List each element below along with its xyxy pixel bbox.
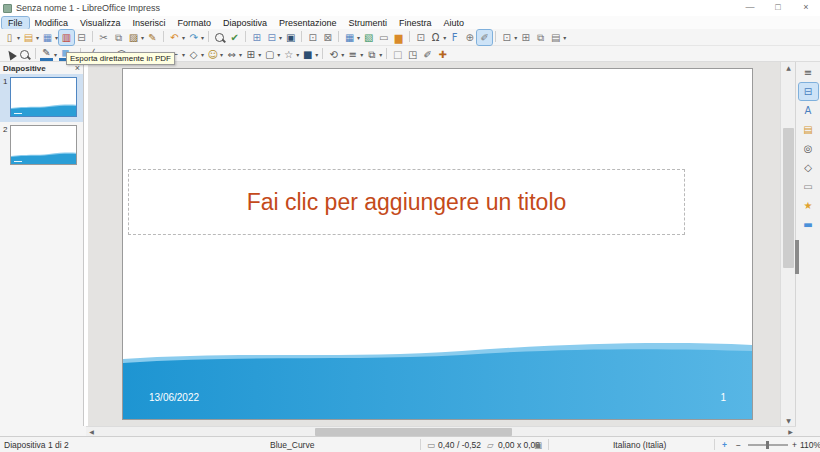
dropdown-arrow-icon[interactable]: ▾ [201,34,204,41]
minimize-button[interactable]: — [736,0,764,16]
dropdown-arrow-icon[interactable]: ▾ [182,34,185,41]
dropdown-arrow-icon[interactable]: ▾ [17,34,20,41]
title-placeholder[interactable]: Fai clic per aggiungere un titolo [128,169,685,235]
menu-presentazione[interactable]: Presentazione [273,17,343,29]
duplicate-slide-icon[interactable]: ⧉ [533,30,548,45]
print-icon[interactable]: ⊟ [74,30,89,45]
insert-table-icon[interactable]: ▦▾ [342,30,361,45]
scroll-down-icon[interactable]: ▼ [781,415,796,426]
sidebar-slide-transition-icon[interactable]: ▬ [799,216,818,233]
show-draw-functions-icon[interactable]: ✐ [477,30,492,45]
insert-special-character-icon[interactable]: Ω▾ [428,30,447,45]
slide-thumbnail[interactable] [10,77,77,117]
zoom-out-button[interactable]: − [736,440,741,450]
new-document-icon[interactable]: ▯▾ [2,30,21,45]
open-folder-icon[interactable]: ▤▾ [21,30,40,45]
dropdown-arrow-icon[interactable]: ▾ [54,51,57,58]
select-icon[interactable] [2,47,17,62]
new-slide-icon[interactable]: ⊞ [518,30,533,45]
dropdown-arrow-icon[interactable]: ▾ [357,34,360,41]
find-and-replace-icon[interactable] [212,30,227,45]
arrange-objects-icon[interactable]: ⧉▾ [364,47,383,62]
sidebar-properties-icon[interactable]: ⊟ [799,83,818,100]
dropdown-arrow-icon[interactable]: ▾ [55,34,58,41]
display-mode-icon[interactable]: ⊡▾ [499,30,518,45]
maximize-button[interactable]: □ [764,0,792,16]
redo-icon[interactable]: ↷▾ [186,30,205,45]
clone-formatting-icon[interactable]: ✎ [145,30,160,45]
slide-thumbnail-row-2[interactable]: 2 [0,122,83,170]
zoom-slider[interactable] [748,444,788,446]
menu-visualizza[interactable]: Visualizza [74,17,126,29]
dropdown-arrow-icon[interactable]: ▾ [296,51,299,58]
fit-slide-icon[interactable]: + [722,440,727,450]
sidebar-styles-icon[interactable]: A [799,102,818,119]
slide-canvas[interactable]: Fai clic per aggiungere un titolo 13/06/… [88,62,780,426]
vertical-scrollbar-thumb[interactable] [783,128,794,268]
sidebar-sidebar-settings-icon[interactable]: ≡ [799,64,818,81]
basic-shapes-icon[interactable]: ◇▾ [186,47,205,62]
statusbar-language[interactable]: Italiano (Italia) [613,440,666,450]
dropdown-arrow-icon[interactable]: ▾ [360,51,363,58]
dropdown-arrow-icon[interactable]: ▾ [379,51,382,58]
align-objects-icon[interactable]: ≡▾ [345,47,364,62]
transformations-icon[interactable]: ⟲▾ [326,47,345,62]
scroll-up-icon[interactable]: ▲ [781,62,796,73]
menu-diapositiva[interactable]: Diapositiva [217,17,273,29]
zoom-in-button[interactable]: + [792,440,797,450]
undo-icon[interactable]: ↶▾ [167,30,186,45]
slide-layout-icon[interactable]: ▤▾ [548,30,567,45]
insert-image-icon[interactable]: ▧ [361,30,376,45]
slide-page[interactable]: Fai clic per aggiungere un titolo 13/06/… [122,68,753,420]
start-presentation-icon[interactable]: ▣ [283,30,298,45]
edit-points-icon[interactable]: ✐ [420,47,435,62]
insert-text-box-icon[interactable]: ▭ [376,30,391,45]
sidebar-shapes-icon[interactable]: ◇ [799,159,818,176]
dropdown-arrow-icon[interactable]: ▾ [279,34,282,41]
dropdown-arrow-icon[interactable]: ▾ [141,34,144,41]
display-views-icon[interactable]: ⊠ [320,30,335,45]
dropdown-arrow-icon[interactable]: ▾ [315,51,318,58]
sidebar-navigator-icon[interactable]: ◎ [799,140,818,157]
sidebar-master-slides-icon[interactable]: ▭ [799,178,818,195]
sidebar-animation-icon[interactable]: ★ [799,197,818,214]
dropdown-arrow-icon[interactable]: ▾ [201,51,204,58]
menu-modifica[interactable]: Modifica [29,17,75,29]
dropdown-arrow-icon[interactable]: ▾ [239,51,242,58]
dropdown-arrow-icon[interactable]: ▾ [514,34,517,41]
export-pdf-icon[interactable]: ▥ [59,30,74,45]
insert-hyperlink-icon[interactable]: ⊕ [462,30,477,45]
shadow-icon[interactable]: □ [390,47,405,62]
menu-file[interactable]: File [2,17,29,29]
show-glue-points-icon[interactable]: ✚ [435,47,450,62]
cut-icon[interactable]: ✂ [96,30,111,45]
snap-guides-icon[interactable]: ⊟▾ [264,30,283,45]
insert-chart-icon[interactable]: ▆ [391,30,406,45]
dropdown-arrow-icon[interactable]: ▾ [258,51,261,58]
dropdown-arrow-icon[interactable]: ▾ [182,51,185,58]
vertical-scrollbar[interactable]: ▲ ▼ [780,62,795,426]
master-slide-icon[interactable]: ⊡ [305,30,320,45]
scroll-right-icon[interactable]: ▶ [785,427,796,436]
unsaved-changes-icon[interactable]: ▣ [534,440,542,450]
spelling-icon[interactable]: ✔ [227,30,242,45]
menu-formato[interactable]: Formato [171,17,217,29]
save-icon[interactable]: ▦▾ [40,30,59,45]
sidebar-gallery-icon[interactable]: ▤ [799,121,818,138]
slide-thumbnail-row-1[interactable]: 1 [0,74,83,122]
close-button[interactable]: × [792,0,820,16]
horizontal-scrollbar[interactable]: ◀ ▶ [86,426,796,436]
horizontal-scrollbar-thumb[interactable] [315,428,512,436]
zoom-pan-icon[interactable] [17,47,32,62]
paste-icon[interactable]: ▨▾ [126,30,145,45]
dropdown-arrow-icon[interactable]: ▾ [563,34,566,41]
insert-text-frame-icon[interactable]: ⊡ [413,30,428,45]
statusbar-template-name[interactable]: Blue_Curve [270,440,314,450]
callout-shapes-icon[interactable]: ▢▾ [262,47,281,62]
menu-aiuto[interactable]: Aiuto [438,17,471,29]
menu-finestra[interactable]: Finestra [393,17,438,29]
copy-icon[interactable]: ⧉ [111,30,126,45]
zoom-slider-thumb[interactable] [766,441,769,449]
3d-objects-icon[interactable]: ■▾ [300,47,319,62]
insert-fontwork-icon[interactable]: F [447,30,462,45]
